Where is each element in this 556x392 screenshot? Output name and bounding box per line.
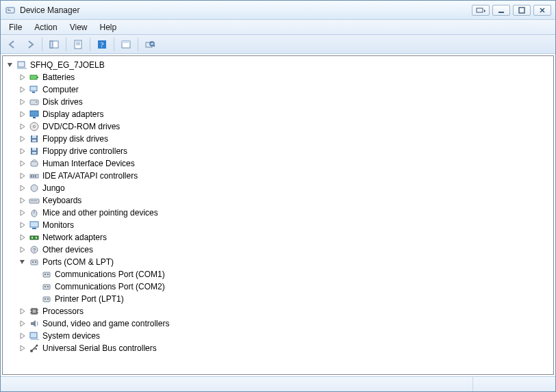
svg-rect-35	[32, 152, 36, 154]
expand-icon[interactable]	[19, 86, 26, 93]
statusbar	[1, 376, 555, 391]
tree-category[interactable]: Network adapters	[19, 231, 553, 244]
properties-button[interactable]	[71, 37, 86, 52]
other-icon: ?	[29, 244, 40, 255]
forward-button[interactable]	[23, 37, 38, 52]
tree-category[interactable]: Processors	[19, 305, 553, 317]
tree-category[interactable]: ?Other devices	[19, 244, 553, 256]
tree-category[interactable]: Jungo	[19, 182, 553, 194]
tree-category[interactable]: Mice and other pointing devices	[19, 207, 553, 219]
expand-icon[interactable]	[19, 160, 26, 167]
tree-category[interactable]: Disk drives	[19, 96, 553, 108]
menu-help[interactable]: Help	[94, 21, 123, 34]
tree-category[interactable]: Sound, video and game controllers	[19, 317, 553, 330]
category-label: Processors	[42, 305, 84, 317]
svg-rect-52	[30, 236, 38, 239]
expand-icon[interactable]	[19, 148, 26, 155]
help-dropdown-button[interactable]	[472, 5, 490, 16]
hid-icon	[29, 158, 40, 169]
expand-icon[interactable]	[19, 135, 26, 142]
mouse-icon	[29, 207, 40, 218]
category-label: System devices	[42, 330, 100, 342]
svg-rect-38	[31, 175, 32, 177]
show-hide-tree-button[interactable]	[47, 37, 62, 52]
tree-category[interactable]: Display adapters	[19, 108, 553, 120]
svg-rect-34	[32, 148, 36, 151]
tree-category[interactable]: Monitors	[19, 219, 553, 231]
svg-rect-36	[31, 161, 38, 166]
menu-action[interactable]: Action	[29, 21, 62, 34]
floppy-icon	[29, 146, 40, 157]
svg-point-64	[45, 286, 46, 287]
toolbar: ?	[1, 35, 555, 54]
expand-icon[interactable]	[19, 320, 26, 327]
category-label: Keyboards	[42, 194, 81, 207]
svg-rect-24	[30, 100, 38, 105]
tree-category[interactable]: Human Interface Devices	[19, 157, 553, 170]
category-label: Ports (COM & LPT)	[42, 256, 114, 268]
usb-icon	[29, 343, 40, 354]
expand-icon[interactable]	[19, 222, 26, 228]
svg-rect-47	[36, 200, 37, 201]
tree-device[interactable]: Communications Port (COM2)	[31, 280, 553, 293]
expand-icon[interactable]	[19, 172, 26, 179]
expand-icon[interactable]	[19, 246, 26, 253]
menu-file[interactable]: File	[3, 21, 27, 34]
tree-category[interactable]: IDE ATA/ATAPI controllers	[19, 170, 553, 182]
expand-icon[interactable]	[19, 185, 26, 192]
tree-category[interactable]: Computer	[19, 83, 553, 96]
svg-rect-40	[35, 175, 36, 177]
tree-category[interactable]: System devices	[19, 330, 553, 342]
expand-icon[interactable]	[19, 74, 26, 81]
svg-point-68	[47, 298, 49, 300]
tree-category[interactable]: Keyboards	[19, 194, 553, 207]
battery-icon	[29, 72, 40, 83]
tree-device[interactable]: Printer Port (LPT1)	[31, 293, 553, 305]
svg-point-62	[47, 274, 49, 275]
expand-icon[interactable]	[19, 123, 26, 130]
tree-category[interactable]: Ports (COM & LPT)	[19, 256, 553, 268]
expand-icon[interactable]	[19, 308, 26, 315]
help-button[interactable]: ?	[94, 37, 110, 52]
display-icon	[29, 109, 40, 120]
expand-icon[interactable]	[19, 209, 26, 216]
tree-category[interactable]: Floppy drive controllers	[19, 145, 553, 157]
svg-rect-31	[32, 135, 36, 138]
expand-icon[interactable]	[19, 99, 26, 105]
tree-category[interactable]: Batteries	[19, 71, 553, 83]
titlebar[interactable]: Device Manager	[1, 1, 555, 20]
minimize-button[interactable]	[492, 5, 510, 16]
svg-rect-27	[33, 117, 36, 118]
collapse-icon[interactable]	[19, 259, 26, 265]
expand-icon[interactable]	[19, 332, 26, 339]
svg-rect-10	[76, 43, 80, 44]
tree-category[interactable]: DVD/CD-ROM drives	[19, 120, 553, 133]
tree-category[interactable]: Floppy disk drives	[19, 133, 553, 145]
tree-category[interactable]: Universal Serial Bus controllers	[19, 342, 553, 354]
expand-icon[interactable]	[19, 234, 26, 241]
tree-root-node[interactable]: SFHQ_EG_7JOELB	[7, 59, 553, 71]
device-manager-window: Device Manager File Action View Help	[0, 0, 556, 392]
close-button[interactable]	[533, 5, 551, 16]
device-tree[interactable]: SFHQ_EG_7JOELBBatteriesComputerDisk driv…	[3, 56, 553, 374]
menu-view[interactable]: View	[64, 21, 93, 34]
toolbar-separator	[66, 38, 66, 51]
toolbar-separator	[90, 38, 90, 51]
scan-hardware-button[interactable]	[142, 37, 157, 52]
maximize-button[interactable]	[513, 5, 531, 16]
update-driver-button[interactable]	[118, 37, 134, 52]
system-icon	[29, 330, 40, 341]
expand-icon[interactable]	[19, 111, 26, 118]
svg-rect-39	[33, 175, 34, 177]
expand-icon[interactable]	[19, 345, 26, 352]
expand-icon[interactable]	[19, 197, 26, 204]
computer-icon	[29, 84, 40, 95]
svg-point-29	[34, 126, 36, 128]
tree-device[interactable]: Communications Port (COM1)	[31, 268, 553, 280]
svg-rect-43	[31, 200, 31, 201]
svg-rect-79	[36, 348, 37, 350]
svg-rect-21	[37, 77, 38, 78]
collapse-icon[interactable]	[7, 62, 14, 68]
back-button[interactable]	[5, 37, 20, 52]
svg-rect-70	[33, 310, 36, 313]
